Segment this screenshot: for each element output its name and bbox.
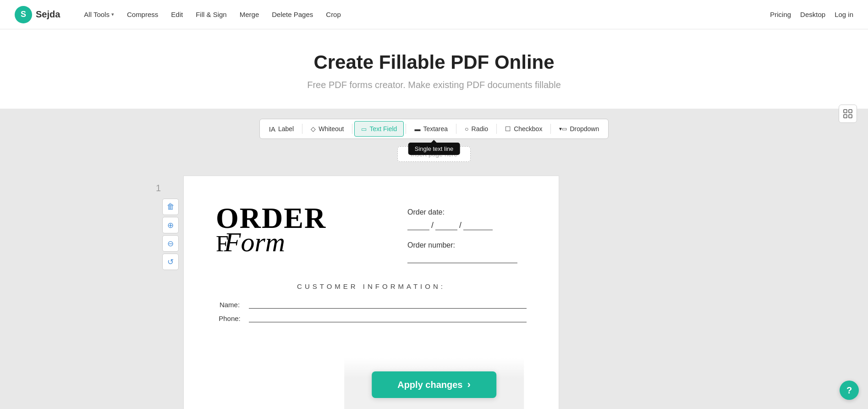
zoom-out-button[interactable]: ⊖	[162, 235, 179, 252]
order-date-label: Order date:	[407, 208, 527, 216]
separator	[550, 124, 551, 134]
customer-section: CUSTOMER INFORMATION: Name: Phone:	[216, 282, 527, 322]
zoom-in-button[interactable]: ⊕	[162, 217, 179, 233]
nav-edit[interactable]: Edit	[165, 7, 188, 22]
hero-title: Create Fillable PDF Online	[9, 51, 859, 73]
label-icon: IA	[269, 125, 275, 133]
order-right-fields: Order date: / / Order number:	[407, 204, 527, 266]
nav-all-tools[interactable]: All Tools ▾	[78, 7, 120, 22]
textfield-icon: ▭	[361, 126, 367, 133]
checkbox-icon: ☐	[505, 125, 511, 133]
nav-delete-pages[interactable]: Delete Pages	[266, 7, 319, 22]
toolbar-whiteout-btn[interactable]: ◇ Whiteout	[304, 122, 350, 136]
toolbar-textfield-btn[interactable]: ▭ Text Field	[354, 121, 404, 137]
date-slash-1: /	[431, 221, 434, 230]
grid-icon	[843, 109, 852, 118]
phone-label: Phone:	[216, 315, 243, 322]
toolbar: IA Label ◇ Whiteout ▭ Text Field ▬ Texta…	[259, 119, 609, 139]
svg-rect-1	[849, 110, 852, 113]
insert-page-button[interactable]: Insert page here	[397, 146, 471, 162]
main-nav: All Tools ▾ Compress Edit Fill & Sign Me…	[78, 7, 770, 22]
apply-changes-button[interactable]: Apply changes ›	[372, 371, 496, 398]
svg-rect-0	[844, 110, 847, 113]
toolbar-textarea-btn[interactable]: ▬ Textarea	[408, 122, 454, 136]
svg-rect-3	[849, 115, 852, 118]
date-mm	[407, 219, 429, 230]
nav-compress[interactable]: Compress	[121, 7, 164, 22]
nav-login[interactable]: Log in	[835, 11, 853, 18]
page-number: 1	[156, 183, 161, 193]
toolbar-area: IA Label ◇ Whiteout ▭ Text Field ▬ Texta…	[0, 109, 868, 139]
delete-page-button[interactable]: 🗑	[162, 199, 179, 215]
customer-section-title: CUSTOMER INFORMATION:	[216, 282, 527, 290]
header: S Sejda All Tools ▾ Compress Edit Fill &…	[0, 0, 868, 29]
dropdown-icon: ▾▭	[559, 126, 567, 132]
nav-right: Pricing Desktop Log in	[770, 11, 853, 18]
order-title-block: ORDER FForm	[216, 204, 326, 256]
nav-fill-sign[interactable]: Fill & Sign	[190, 7, 232, 22]
order-title-line2: FForm	[216, 228, 326, 256]
order-number-field	[407, 252, 517, 263]
chevron-down-icon: ▾	[111, 11, 114, 17]
name-label: Name:	[216, 301, 243, 309]
rotate-icon: ↺	[167, 257, 174, 267]
hero-subtitle: Free PDF forms creator. Make existing PD…	[9, 80, 859, 90]
separator	[406, 124, 406, 134]
nav-crop[interactable]: Crop	[320, 7, 346, 22]
nav-pricing[interactable]: Pricing	[770, 11, 791, 18]
trash-icon: 🗑	[167, 202, 175, 211]
separator	[352, 124, 352, 134]
logo[interactable]: S Sejda	[15, 6, 60, 23]
logo-name: Sejda	[36, 9, 60, 20]
date-yyyy	[463, 219, 493, 230]
insert-page-area: Insert page here	[0, 139, 868, 166]
separator	[496, 124, 497, 134]
nav-desktop[interactable]: Desktop	[800, 11, 825, 18]
hero-section: Create Fillable PDF Online Free PDF form…	[0, 29, 868, 109]
name-field-line	[249, 298, 527, 309]
help-button[interactable]: ?	[840, 381, 859, 400]
nav-merge[interactable]: Merge	[234, 7, 265, 22]
date-slash-2: /	[459, 221, 461, 230]
phone-field-line	[249, 312, 527, 322]
logo-icon: S	[15, 6, 32, 23]
order-form-header: ORDER FForm Order date: / / Order number…	[216, 204, 527, 266]
zoom-in-icon: ⊕	[167, 221, 174, 230]
toolbar-radio-btn[interactable]: ○ Radio	[458, 122, 494, 136]
rotate-button[interactable]: ↺	[162, 254, 179, 270]
separator	[456, 124, 456, 134]
grid-view-button[interactable]	[839, 105, 857, 123]
svg-rect-2	[844, 115, 847, 118]
toolbar-checkbox-btn[interactable]: ☐ Checkbox	[499, 122, 549, 136]
textarea-icon: ▬	[414, 126, 420, 133]
form-row-name: Name:	[216, 298, 527, 309]
toolbar-dropdown-btn[interactable]: ▾▭ Dropdown	[553, 122, 605, 136]
separator	[302, 124, 302, 134]
order-number-label: Order number:	[407, 241, 527, 249]
zoom-out-icon: ⊖	[167, 239, 174, 249]
side-tools: 🗑 ⊕ ⊖ ↺	[162, 199, 179, 270]
date-dd	[435, 219, 457, 230]
apply-changes-overlay: Apply changes ›	[344, 358, 524, 409]
order-date-fields: / /	[407, 219, 527, 230]
toolbar-label-btn[interactable]: IA Label	[263, 122, 300, 137]
whiteout-icon: ◇	[311, 125, 316, 133]
arrow-icon: ›	[467, 379, 470, 391]
radio-icon: ○	[465, 125, 468, 133]
form-row-phone: Phone:	[216, 312, 527, 322]
